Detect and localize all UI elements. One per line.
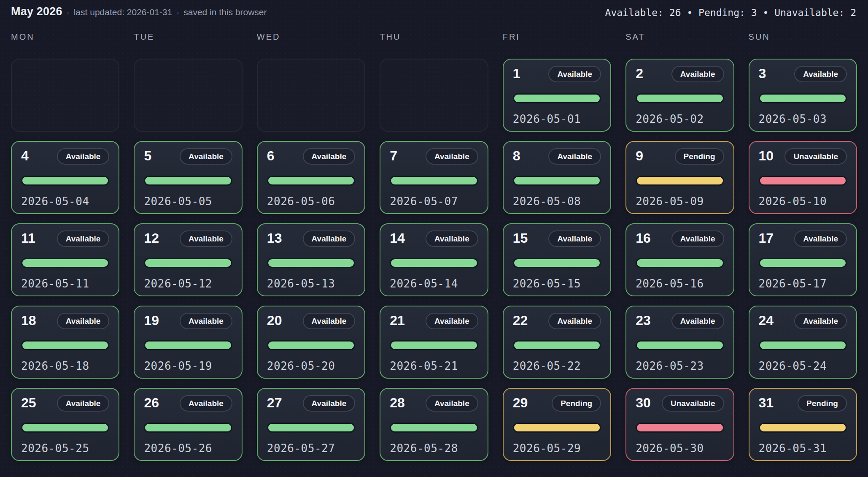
day-cell-header: 25Available [21,395,109,412]
day-cell-header: 14Available [390,230,478,247]
day-number: 1 [513,66,520,81]
day-cell[interactable]: 11Available2026-05-11 [11,223,119,296]
day-cell[interactable]: 22Available2026-05-22 [503,306,611,379]
day-cell-header: 9Pending [636,148,724,165]
summary-stats: Available: 26 • Pending: 3 • Unavailable… [605,5,856,18]
day-number: 26 [144,395,159,411]
day-cell-header: 21Available [390,313,478,329]
status-badge: Available [180,395,232,412]
status-badge: Available [180,148,232,165]
availability-bar [267,340,355,350]
day-cell-header: 5Available [144,148,232,165]
day-cell-header: 3Available [759,66,847,82]
day-cell-header: 11Available [21,230,109,247]
status-badge: Pending [552,395,601,412]
day-cell[interactable]: 29Pending2026-05-29 [503,388,611,461]
day-cell[interactable]: 15Available2026-05-15 [503,223,611,296]
day-date: 2026-05-31 [759,442,847,455]
day-cell[interactable]: 18Available2026-05-18 [11,306,119,379]
day-cell[interactable]: 16Available2026-05-16 [625,223,734,296]
day-cell-header: 15Available [513,230,601,247]
day-number: 28 [390,395,405,411]
day-date: 2026-05-12 [144,277,232,290]
summary-available: Available: 26 [605,7,681,18]
availability-bar [21,423,109,433]
day-date: 2026-05-10 [759,195,847,208]
day-number: 30 [636,395,651,411]
calendar-grid: 1Available2026-05-012Available2026-05-02… [0,59,868,461]
status-badge: Available [548,148,601,165]
availability-bar [636,176,724,186]
day-date: 2026-05-08 [513,195,601,208]
availability-bar [267,258,355,268]
availability-bar [513,340,601,350]
day-cell[interactable]: 10Unavailable2026-05-10 [749,141,857,214]
day-number: 24 [759,313,774,328]
day-cell[interactable]: 12Available2026-05-12 [134,223,242,296]
day-cell-header: 1Available [513,66,601,82]
day-cell-header: 30Unavailable [636,395,724,412]
weekday-thu: THU [380,32,488,42]
day-cell[interactable]: 4Available2026-05-04 [11,141,119,214]
availability-bar [21,340,109,350]
status-badge: Available [548,66,601,82]
status-badge: Available [671,313,724,329]
day-date: 2026-05-15 [513,277,601,290]
day-date: 2026-05-11 [21,277,109,290]
day-number: 11 [21,230,35,246]
day-cell[interactable]: 20Available2026-05-20 [257,306,365,379]
day-cell[interactable]: 26Available2026-05-26 [134,388,242,461]
summary-pending: Pending: 3 [698,7,757,18]
day-cell[interactable]: 3Available2026-05-03 [749,59,857,132]
availability-bar [390,258,478,268]
day-cell[interactable]: 9Pending2026-05-09 [625,141,734,214]
weekday-sat: SAT [625,32,734,42]
day-number: 2 [636,66,643,81]
day-cell[interactable]: 27Available2026-05-27 [257,388,365,461]
day-cell[interactable]: 6Available2026-05-06 [257,141,365,214]
weekday-tue: TUE [134,32,242,42]
availability-bar [759,258,847,268]
day-cell[interactable]: 17Available2026-05-17 [749,223,857,296]
day-cell[interactable]: 28Available2026-05-28 [380,388,488,461]
day-cell[interactable]: 24Available2026-05-24 [749,306,857,379]
status-badge: Available [671,230,724,247]
day-number: 18 [21,313,36,328]
day-cell[interactable]: 25Available2026-05-25 [11,388,119,461]
availability-bar [513,176,601,186]
day-cell-header: 27Available [267,395,355,412]
day-cell[interactable]: 23Available2026-05-23 [625,306,734,379]
day-number: 27 [267,395,282,411]
day-number: 8 [513,148,520,164]
day-cell[interactable]: 21Available2026-05-21 [380,306,488,379]
day-cell[interactable]: 5Available2026-05-05 [134,141,242,214]
day-number: 25 [21,395,36,411]
day-cell[interactable]: 1Available2026-05-01 [503,59,611,132]
summary-separator: • [681,7,699,18]
day-cell[interactable]: 31Pending2026-05-31 [749,388,857,461]
day-cell[interactable]: 13Available2026-05-13 [257,223,365,296]
day-cell[interactable]: 14Available2026-05-14 [380,223,488,296]
day-cell-header: 4Available [21,148,109,165]
day-cell[interactable]: 30Unavailable2026-05-30 [625,388,734,461]
availability-bar [759,423,847,433]
day-date: 2026-05-29 [513,442,601,455]
day-cell[interactable]: 19Available2026-05-19 [134,306,242,379]
day-cell[interactable]: 2Available2026-05-02 [625,59,734,132]
day-number: 22 [513,313,528,328]
day-cell-header: 24Available [759,313,847,329]
status-badge: Available [426,395,478,412]
title-line: May 2026 · last updated: 2026-01-31 · sa… [11,5,267,18]
day-date: 2026-05-04 [21,195,109,208]
availability-bar [513,258,601,268]
availability-bar [144,176,232,186]
availability-bar [636,423,724,433]
empty-cell [257,59,365,132]
status-badge: Available [548,230,601,247]
day-date: 2026-05-28 [390,442,478,455]
day-date: 2026-05-09 [636,195,724,208]
day-cell[interactable]: 8Available2026-05-08 [503,141,611,214]
day-cell[interactable]: 7Available2026-05-07 [380,141,488,214]
last-updated-text: last updated: 2026-01-31 [74,7,173,17]
availability-bar [390,423,478,433]
